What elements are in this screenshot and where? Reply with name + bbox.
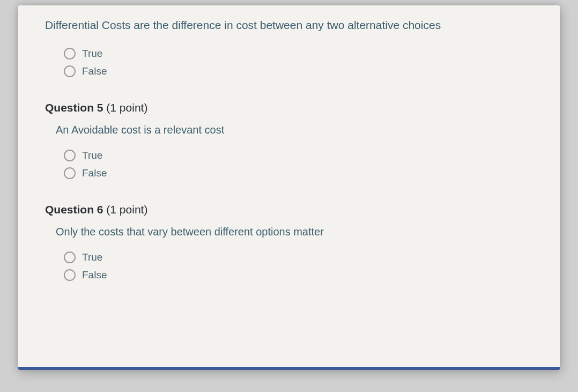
radio-icon <box>64 167 76 179</box>
option-label: False <box>82 65 107 77</box>
question-5-options: True False <box>64 150 533 179</box>
question-4-options: True False <box>64 48 533 77</box>
question-6-label: Question 6 <box>45 203 103 216</box>
q5-option-false[interactable]: False <box>64 167 533 179</box>
question-6-points: (1 point) <box>103 203 148 216</box>
radio-icon <box>64 252 76 263</box>
question-5-header: Question 5 (1 point) <box>45 101 533 114</box>
q6-option-true[interactable]: True <box>64 252 533 263</box>
q4-option-true[interactable]: True <box>64 48 533 60</box>
q4-option-false[interactable]: False <box>64 65 533 77</box>
question-5-block: Question 5 (1 point) An Avoidable cost i… <box>45 101 533 179</box>
q6-option-false[interactable]: False <box>64 269 533 281</box>
question-4-block: Differential Costs are the difference in… <box>45 17 533 77</box>
option-label: False <box>82 269 107 281</box>
radio-icon <box>64 150 76 161</box>
radio-icon <box>64 65 76 77</box>
question-6-options: True False <box>64 252 533 281</box>
quiz-container: Differential Costs are the difference in… <box>18 5 560 370</box>
option-label: False <box>82 167 107 179</box>
radio-icon <box>64 48 76 60</box>
question-6-header: Question 6 (1 point) <box>45 203 533 216</box>
option-label: True <box>82 252 102 263</box>
option-label: True <box>82 48 102 60</box>
q5-option-true[interactable]: True <box>64 150 533 161</box>
question-4-prompt: Differential Costs are the difference in… <box>45 17 533 33</box>
question-5-points: (1 point) <box>103 101 148 114</box>
radio-icon <box>64 269 76 281</box>
question-6-block: Question 6 (1 point) Only the costs that… <box>45 203 533 281</box>
question-5-prompt: An Avoidable cost is a relevant cost <box>56 124 533 136</box>
question-6-prompt: Only the costs that vary between differe… <box>56 226 533 238</box>
question-5-label: Question 5 <box>45 101 103 114</box>
option-label: True <box>82 150 102 161</box>
